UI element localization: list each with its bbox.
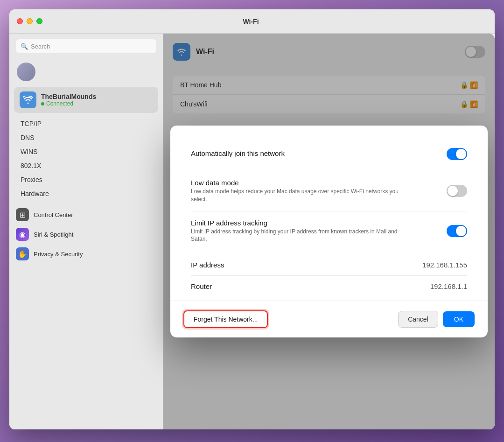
status-dot: [41, 102, 44, 105]
sidebar-item-tcpip[interactable]: TCP/IP: [9, 117, 163, 131]
router-value: 192.168.1.1: [430, 282, 467, 290]
privacy-icon: ✋: [16, 247, 29, 260]
ok-button[interactable]: OK: [443, 311, 475, 327]
content-area: 🔍 Search: [9, 34, 495, 429]
low-data-section: Low data mode Low data mode helps reduce…: [183, 171, 475, 251]
sidebar-item-dns[interactable]: DNS: [9, 131, 163, 145]
low-data-right: [447, 185, 467, 197]
limit-ip-title: Limit IP address tracking: [191, 219, 437, 227]
main-window: Wi-Fi 🔍 Search: [9, 9, 495, 429]
ip-address-value: 192.168.1.155: [422, 261, 467, 269]
search-placeholder: Search: [31, 43, 50, 50]
router-label: Router: [191, 282, 212, 290]
ip-address-row: IP address 192.168.1.155: [191, 254, 467, 276]
sidebar-icon-items: ⊞ Control Center ◉ Siri & Spotlight ✋ Pr…: [9, 201, 163, 264]
control-center-label: Control Center: [34, 211, 73, 218]
sidebar-item-privacy-security[interactable]: ✋ Privacy & Security: [9, 244, 163, 264]
ip-address-label: IP address: [191, 261, 224, 269]
low-data-title: Low data mode: [191, 179, 437, 187]
auto-join-toggle[interactable]: [447, 148, 467, 160]
sidebar-item-wins[interactable]: WINS: [9, 145, 163, 159]
limit-ip-desc: Limit IP address tracking by hiding your…: [191, 228, 415, 244]
search-icon: 🔍: [21, 43, 28, 50]
low-data-left: Low data mode Low data mode helps reduce…: [191, 179, 437, 203]
window-title: Wi-Fi: [14, 18, 487, 25]
siri-spotlight-label: Siri & Spotlight: [34, 231, 73, 238]
network-status: Connected: [41, 100, 153, 107]
ip-info-section: IP address 192.168.1.155 Router 192.168.…: [183, 254, 475, 297]
modal-overlay: Automatically join this network: [163, 34, 495, 429]
sidebar-item-control-center[interactable]: ⊞ Control Center: [9, 205, 163, 225]
auto-join-left: Automatically join this network: [191, 149, 437, 158]
network-name: TheBurialMounds: [41, 93, 153, 100]
modal-dialog: Automatically join this network: [170, 126, 488, 337]
sidebar: 🔍 Search: [9, 34, 163, 429]
limit-ip-left: Limit IP address tracking Limit IP addre…: [191, 219, 437, 244]
cancel-button[interactable]: Cancel: [398, 311, 438, 328]
control-center-icon: ⊞: [16, 208, 29, 221]
sidebar-item-hardware[interactable]: Hardware: [9, 187, 163, 201]
limit-ip-right: [447, 225, 467, 237]
privacy-security-label: Privacy & Security: [34, 251, 83, 258]
auto-join-toggle-knob: [456, 149, 466, 159]
low-data-toggle[interactable]: [447, 185, 467, 197]
low-data-toggle-knob: [448, 186, 458, 196]
search-bar[interactable]: 🔍 Search: [16, 39, 156, 53]
avatar-area: [9, 59, 163, 85]
avatar: [17, 63, 35, 81]
wifi-icon-svg: [23, 96, 33, 104]
sidebar-network-item[interactable]: TheBurialMounds Connected: [14, 87, 158, 113]
auto-join-section: Automatically join this network: [183, 140, 475, 168]
router-row: Router 192.168.1.1: [191, 276, 467, 297]
network-wifi-icon: [20, 91, 36, 108]
main-panel: Wi-Fi BT Home Hub 🔒 📶 Chu'sWifi: [163, 34, 495, 429]
siri-icon: ◉: [16, 228, 29, 241]
limit-ip-toggle[interactable]: [447, 225, 467, 237]
forget-network-button[interactable]: Forget This Network...: [183, 310, 268, 328]
limit-ip-row: Limit IP address tracking Limit IP addre…: [191, 211, 467, 251]
modal-content: Automatically join this network: [170, 126, 488, 297]
footer-right: Cancel OK: [398, 311, 475, 328]
auto-join-right: [447, 148, 467, 160]
low-data-desc: Low data mode helps reduce your Mac data…: [191, 188, 415, 203]
low-data-row: Low data mode Low data mode helps reduce…: [191, 171, 467, 211]
sidebar-list: TheBurialMounds Connected TCP/IP DNS WIN: [9, 59, 163, 429]
modal-footer: Forget This Network... Cancel OK: [170, 301, 488, 337]
network-info: TheBurialMounds Connected: [41, 93, 153, 107]
title-bar: Wi-Fi: [9, 9, 495, 34]
auto-join-row: Automatically join this network: [191, 140, 467, 168]
limit-ip-toggle-knob: [456, 226, 466, 236]
sidebar-item-siri-spotlight[interactable]: ◉ Siri & Spotlight: [9, 225, 163, 244]
sidebar-item-proxies[interactable]: Proxies: [9, 173, 163, 187]
auto-join-title: Automatically join this network: [191, 149, 437, 157]
sidebar-item-80211x[interactable]: 802.1X: [9, 159, 163, 173]
